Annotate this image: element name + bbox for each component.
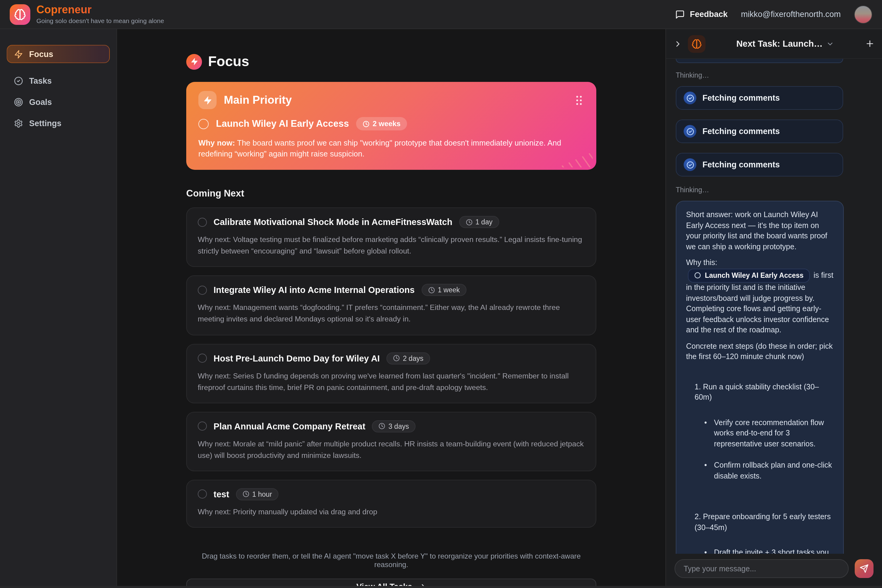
check-circle-icon [14,76,23,85]
time-estimate-badge: 1 day [459,216,499,228]
brand: Copreneur Going solo doesn't have to mea… [10,4,164,25]
feedback-label: Feedback [690,10,728,19]
task-card[interactable]: Host Pre-Launch Demo Day for Wiley AI 2 … [186,344,596,403]
main-content: Focus Main Priority Launch Wiley AI Earl… [117,29,666,586]
message-steps-list: 1. Run a quick stability checklist (30–6… [694,382,834,554]
check-circle-blue-icon [684,92,696,104]
chat-message-list[interactable]: Thinking… Fetching comments Fetching com… [666,59,882,554]
send-button[interactable] [855,559,873,578]
clock-icon [466,219,472,226]
step-title: Run a quick stability checklist (30–60m) [694,382,819,402]
step-number: 2. [694,513,701,521]
task-card[interactable]: Plan Annual Acme Company Retreat 3 days … [186,411,596,471]
status-label: Fetching comments [702,93,780,102]
user-avatar[interactable] [854,5,872,23]
step-item: 2. Prepare onboarding for 5 early tester… [694,512,834,554]
check-circle-blue-icon [684,125,696,138]
bullet-item: Draft the invite + 3 short tasks you wan… [704,548,834,554]
message-paragraph: Short answer: work on Launch Wiley AI Ea… [686,210,834,252]
task-checkbox[interactable] [198,218,207,227]
brain-chip-icon[interactable] [688,35,705,52]
sidebar-item-settings[interactable]: Settings [7,114,110,132]
chat-bubble-icon [675,9,685,19]
brand-text: Copreneur Going solo doesn't have to mea… [36,4,164,24]
task-checkbox[interactable] [198,118,208,129]
main-priority-card: Main Priority Launch Wiley AI Early Acce… [186,82,596,170]
sidebar-item-label: Goals [29,98,52,106]
clock-icon [243,490,249,497]
sidebar-item-label: Tasks [29,76,52,85]
page-title: Focus [186,53,596,70]
task-checkbox[interactable] [198,286,207,295]
task-title: Plan Annual Acme Company Retreat [213,421,366,431]
priority-why-text: Why now: The board wants proof we can sh… [198,138,584,160]
chat-title-dropdown[interactable]: Next Task: Launch… [711,39,860,48]
clipped-message-bubble [676,59,843,63]
assistant-message-bubble: Short answer: work on Launch Wiley AI Ea… [676,201,844,554]
zap-icon [186,54,202,69]
paper-plane-icon [860,564,868,573]
collapse-panel-icon[interactable] [674,39,682,48]
task-why-text: Why next: Management wants “dogfooding.”… [198,302,585,326]
status-card: Fetching comments [676,120,843,143]
chat-header: Next Task: Launch… [666,29,882,59]
sidebar-item-label: Settings [29,118,62,128]
task-why-text: Why next: Morale at “mild panic” after m… [198,438,585,461]
target-icon [14,98,23,106]
clock-icon [393,355,400,362]
time-estimate-text: 1 day [475,219,492,226]
task-card[interactable]: Integrate Wiley AI into Acme Internal Op… [186,276,596,335]
status-card: Fetching comments [676,86,843,110]
zap-icon [198,91,216,109]
task-why-text: Why next: Voltage testing must be finali… [198,234,585,258]
task-title: test [213,489,229,499]
chat-panel: Next Task: Launch… Thinking… Fetching co [666,29,882,586]
arrow-right-icon [418,582,426,586]
thinking-label: Thinking… [676,72,872,79]
task-checkbox[interactable] [198,422,207,430]
feedback-button[interactable]: Feedback [675,9,728,19]
drag-handle-icon[interactable] [574,93,584,107]
sidebar-item-tasks[interactable]: Tasks [7,72,110,90]
why-this-prefix: Why this: [686,258,717,267]
priority-card-label: Main Priority [224,93,567,107]
header-actions: Feedback mikko@fixerofthenorth.com [675,5,872,23]
coming-next-heading: Coming Next [186,188,596,199]
step-bullets: Draft the invite + 3 short tasks you wan… [704,548,834,554]
message-paragraph: Why this: Launch Wiley AI Early Access i… [686,258,834,336]
status-card: Fetching comments [676,153,843,177]
task-checkbox[interactable] [198,489,207,498]
view-all-tasks-button[interactable]: View All Tasks [186,578,596,586]
task-card[interactable]: Calibrate Motivational Shock Mode in Acm… [186,208,596,267]
app-tagline: Going solo doesn't have to mean going al… [36,17,164,24]
bullet-item: Confirm rollback plan and one-click disa… [704,460,834,482]
task-card[interactable]: test 1 hour Why next: Priority manually … [186,479,596,527]
page-title-text: Focus [208,53,249,70]
new-chat-plus-icon[interactable] [865,39,875,48]
time-estimate-text: 2 days [403,354,423,362]
zap-icon [14,50,23,58]
sidebar-item-goals[interactable]: Goals [7,93,110,111]
task-reference-label: Launch Wiley AI Early Access [705,270,804,281]
status-label: Fetching comments [702,127,780,136]
step-item: 1. Run a quick stability checklist (30–6… [694,382,834,482]
app-title: Copreneur [36,4,164,16]
time-estimate-text: 1 hour [252,490,272,498]
task-checkbox[interactable] [198,354,207,363]
task-title: Calibrate Motivational Shock Mode in Acm… [213,218,452,227]
bottom-edge-strip [0,586,882,588]
status-label: Fetching comments [702,160,780,169]
sidebar: Focus Tasks Goals Settings [0,29,117,586]
chat-input-bar [666,554,882,586]
brain-logo-icon [10,4,30,25]
task-reference-pill[interactable]: Launch Wiley AI Early Access [688,268,810,283]
view-all-tasks-label: View All Tasks [356,582,412,586]
clock-icon [379,423,386,429]
sidebar-item-focus[interactable]: Focus [7,45,110,63]
message-input[interactable] [675,559,849,578]
clock-icon [363,120,370,127]
time-estimate-text: 2 weeks [373,120,400,128]
why-now-body: The board wants proof we can ship "worki… [198,138,561,158]
chat-title: Next Task: Launch… [736,39,823,48]
message-paragraph: Concrete next steps (do these in order; … [686,341,834,362]
